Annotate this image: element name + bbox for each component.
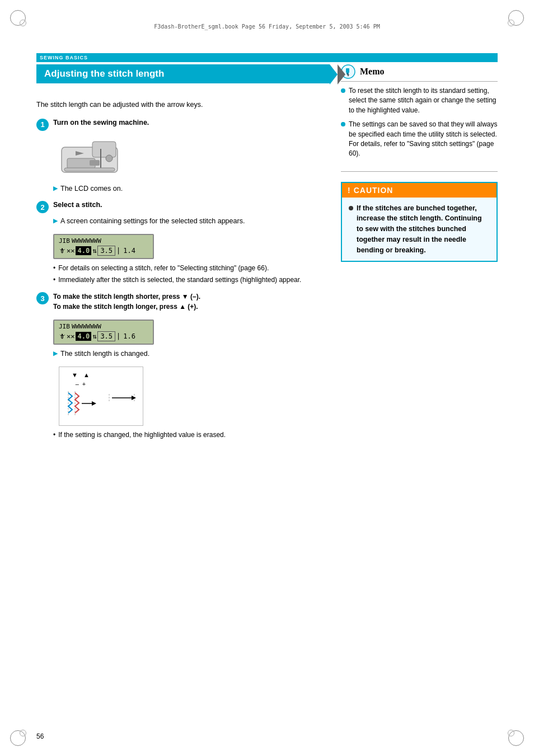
title-box: Adjusting the stitch length [36, 64, 330, 83]
left-column: Adjusting the stitch length The stitch l… [36, 64, 330, 722]
step-2-bullet-2: • Immediately after the stitch is select… [53, 275, 330, 285]
lcd-row2-b: 🗡 ✕✕ 4.0 ⇅ 3.5 | 1.6 [59, 331, 148, 341]
lcd-val3b: 1.6 [121, 332, 137, 341]
step-2: 2 Select a stitch. ▶ A screen containing… [36, 200, 330, 285]
stitch-col-right [107, 388, 138, 407]
sewing-machine-image [59, 139, 126, 178]
step-1-header: 1 Turn on the sewing machine. [36, 118, 330, 131]
lcd-row2-a: 🗡 ✕✕ 4.0 ⇅ 3.5 | 1.4 [59, 246, 148, 256]
step-2-bullet-2-text: Immediately after the stitch is selected… [58, 275, 301, 285]
lcd-val1-highlight: 4.0 [76, 246, 91, 255]
lcd-wave: WWWWWWWW [72, 237, 101, 245]
step-2-content: ▶ A screen containing settings for the s… [53, 217, 330, 285]
plus-label: + [82, 381, 86, 387]
title-section: Adjusting the stitch length [36, 64, 330, 91]
result-arrow-icon-3: ▶ [53, 350, 58, 357]
step-3-bullet-1-text: If the setting is changed, the highlight… [58, 430, 226, 440]
result-arrow-icon-2: ▶ [53, 217, 58, 224]
lcd-icon-b: JIB [59, 323, 70, 330]
step-2-number: 2 [36, 201, 49, 213]
step-2-title: Select a stitch. [53, 200, 102, 210]
lcd-separator: | [116, 247, 120, 255]
title-arrow [330, 64, 338, 84]
stitch-arrows-top: ▼ ▲ [64, 372, 97, 378]
step-1-content: ▶ The LCD comes on. [53, 134, 330, 194]
caution-header: ! CAUTION [342, 183, 496, 198]
memo-item-1-text: To reset the stitch length to its standa… [349, 86, 498, 115]
step-1-number: 1 [36, 119, 49, 131]
lcd-val2b: 3.5 [97, 331, 115, 341]
inner-corner-br [508, 730, 514, 736]
memo-item-2: The settings can be saved so that they w… [341, 120, 498, 159]
svg-marker-16 [132, 396, 136, 400]
svg-rect-19 [346, 73, 349, 74]
page-number: 56 [36, 732, 44, 740]
step-3-title-line2: To make the stitch length longer, press … [53, 302, 200, 312]
stitch-diagram-inner: ▼ ▲ – + [64, 372, 138, 421]
step-3-number: 3 [36, 292, 49, 304]
step-3-title: To make the stitch length shorter, press… [53, 292, 200, 312]
down-arrow-icon: ▼ [72, 372, 78, 378]
step-3-title-line1: To make the stitch length shorter, press… [53, 292, 200, 302]
lcd-cross-b: ✕✕ [67, 332, 74, 340]
caution-title: CAUTION [354, 186, 394, 195]
lcd-icon: JIB [59, 237, 70, 245]
title-triangle [338, 64, 345, 84]
stitch-diagram: ▼ ▲ – + [59, 367, 143, 426]
lcd-separator-b: | [116, 332, 120, 340]
page-title: Adjusting the stitch length [44, 68, 164, 79]
step-2-bullet-1-text: For details on selecting a stitch, refer… [58, 264, 269, 273]
memo-bullet-2 [341, 122, 345, 126]
lcd-wave-b: WWWWWWWW [72, 323, 101, 330]
section-bar-line [91, 58, 494, 58]
lcd-row1-a: JIB WWWWWWWW [59, 237, 148, 245]
caution-bullet [349, 206, 353, 210]
file-header: F3dash-BrotherE_sgml.book Page 56 Friday… [48, 24, 486, 30]
memo-item-2-text: The settings can be saved so that they w… [349, 120, 498, 159]
lcd-val1b-highlight: 4.0 [76, 332, 91, 341]
main-content: Adjusting the stitch length The stitch l… [36, 64, 498, 722]
step-3: 3 To make the stitch length shorter, pre… [36, 292, 330, 439]
step-3-result-text: The stitch length is changed. [60, 349, 149, 359]
svg-rect-8 [64, 168, 115, 171]
svg-marker-12 [92, 401, 96, 406]
caution-text: If the stitches are bunched together, in… [357, 203, 490, 256]
lcd-arrow-icon: ⇅ [92, 247, 96, 255]
lcd-display-2: JIB WWWWWWWW 🗡 ✕✕ 4.0 ⇅ 3.5 | 1.6 [53, 320, 154, 345]
memo-box: Memo To reset the stitch length to its s… [341, 64, 498, 172]
step-3-result: ▶ The stitch length is changed. [53, 349, 330, 359]
caution-item: If the stitches are bunched together, in… [349, 203, 490, 256]
page-container: F3dash-BrotherE_sgml.book Page 56 Friday… [0, 0, 534, 756]
minus-label: – [76, 381, 79, 387]
memo-item-1: To reset the stitch length to its standa… [341, 86, 498, 115]
caution-box: ! CAUTION If the stitches are bunched to… [341, 182, 498, 262]
caution-content: If the stitches are bunched together, in… [342, 198, 496, 261]
step-2-result: ▶ A screen containing settings for the s… [53, 217, 330, 227]
memo-title: Memo [360, 67, 385, 77]
inner-corner-bl [20, 730, 26, 736]
section-label: SEWING BASICS [40, 55, 88, 60]
step-3-content: JIB WWWWWWWW 🗡 ✕✕ 4.0 ⇅ 3.5 | 1.6 [53, 315, 330, 439]
step-3-header: 3 To make the stitch length shorter, pre… [36, 292, 330, 312]
svg-rect-1 [92, 142, 116, 157]
intro-text: The stitch length can be adjusted with t… [36, 100, 330, 110]
lcd-val3: 1.4 [121, 246, 137, 255]
caution-exclamation-icon: ! [348, 186, 350, 195]
step-1-result-text: The LCD comes on. [60, 184, 123, 194]
step-1: 1 Turn on the sewing machine. [36, 118, 330, 194]
memo-bullet-1 [341, 88, 345, 93]
inner-corner-tr [508, 20, 514, 26]
lcd-arrow-icon-b: ⇅ [92, 332, 96, 340]
step-1-title: Turn on the sewing machine. [53, 118, 149, 128]
step-2-bullet-1: • For details on selecting a stitch, ref… [53, 264, 330, 273]
step-1-result: ▶ The LCD comes on. [53, 184, 330, 194]
inner-corner-tl [20, 20, 26, 26]
lcd-cross: ✕✕ [67, 247, 74, 255]
lcd-row1-b: JIB WWWWWWWW [59, 323, 148, 330]
stitch-col-left: ▼ ▲ – + [64, 372, 97, 421]
result-arrow-icon: ▶ [53, 185, 58, 192]
step-2-result-text: A screen containing settings for the sel… [60, 217, 245, 227]
step-2-header: 2 Select a stitch. [36, 200, 330, 213]
lcd-val2: 3.5 [97, 246, 115, 256]
lcd-scissors: 🗡 [59, 247, 65, 255]
